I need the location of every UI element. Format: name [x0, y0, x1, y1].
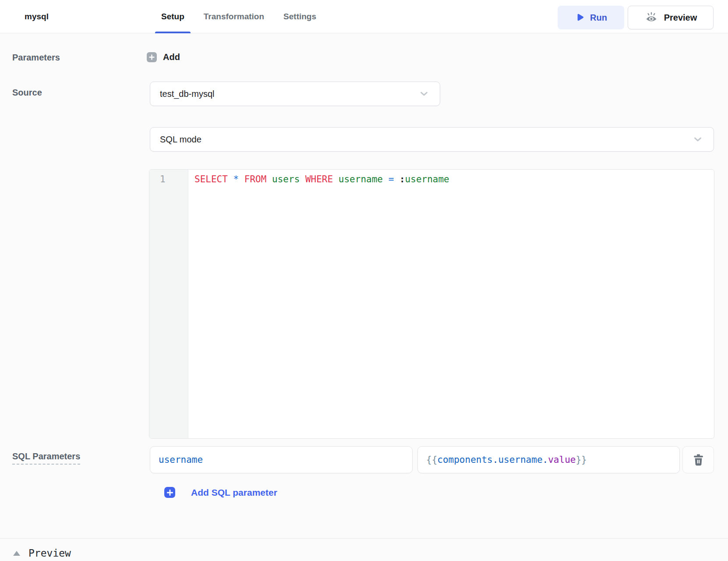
- tab-setup[interactable]: Setup: [154, 0, 191, 33]
- triangle-up-icon: [13, 551, 20, 556]
- sql-parameters-label: SQL Parameters: [12, 451, 80, 465]
- sql-parameter-key-input[interactable]: username: [150, 446, 413, 473]
- preview-panel-toggle[interactable]: Preview: [13, 547, 71, 559]
- editor-code-line[interactable]: SELECT * FROM users WHERE username = :us…: [188, 170, 714, 438]
- add-sql-parameter-button[interactable]: Add SQL parameter: [164, 487, 277, 498]
- add-sql-parameter-label: Add SQL parameter: [191, 487, 277, 498]
- preview-panel-label: Preview: [28, 547, 71, 559]
- tab-transformation[interactable]: Transformation: [197, 0, 271, 33]
- source-select[interactable]: test_db-mysql: [150, 82, 440, 106]
- sql-parameter-value-input[interactable]: {{components.username.value}}: [417, 446, 680, 473]
- add-parameter-button[interactable]: Add: [147, 52, 180, 62]
- tab-settings[interactable]: Settings: [276, 0, 323, 33]
- sql-parameter-value-text: {{components.username.value}}: [426, 454, 587, 465]
- source-label: Source: [12, 88, 42, 98]
- query-editor-panel: mysql Setup Transformation Settings Run …: [0, 0, 728, 561]
- play-icon: [575, 13, 584, 22]
- parameters-label: Parameters: [12, 53, 60, 63]
- editor-gutter: 1: [149, 170, 188, 438]
- query-mode-select[interactable]: SQL mode: [150, 127, 714, 152]
- delete-sql-parameter-button[interactable]: [682, 446, 714, 473]
- eye-icon: [644, 11, 658, 24]
- preview-button-label: Preview: [664, 13, 697, 23]
- chevron-down-icon: [418, 88, 430, 100]
- preview-button[interactable]: Preview: [628, 6, 714, 29]
- run-button-label: Run: [590, 13, 607, 23]
- plus-icon: [147, 52, 157, 62]
- query-title: mysql: [25, 12, 49, 21]
- line-number: 1: [160, 174, 188, 185]
- sql-code-editor[interactable]: 1 SELECT * FROM users WHERE username = :…: [149, 169, 714, 439]
- run-button[interactable]: Run: [558, 6, 624, 29]
- add-parameter-label: Add: [163, 52, 180, 62]
- plus-icon: [164, 487, 175, 498]
- query-mode-value: SQL mode: [160, 135, 201, 145]
- sql-parameter-key-value: username: [159, 454, 203, 465]
- source-select-value: test_db-mysql: [160, 89, 215, 99]
- preview-panel-divider: [0, 538, 728, 539]
- trash-icon: [693, 454, 704, 466]
- chevron-down-icon: [692, 133, 704, 146]
- query-header: mysql Setup Transformation Settings Run …: [0, 0, 728, 33]
- header-tabs: Setup Transformation Settings: [154, 0, 323, 33]
